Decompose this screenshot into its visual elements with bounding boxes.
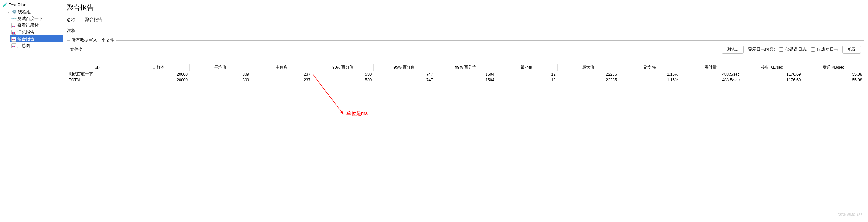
tree-item-label: 测试百度一下 (17, 15, 43, 22)
name-row: 名称: (67, 17, 864, 23)
table-cell: 12 (496, 77, 557, 83)
chart-icon (11, 36, 16, 41)
table-cell: 237 (251, 77, 312, 83)
table-cell: 22235 (558, 71, 619, 77)
col-header[interactable]: 发送 KB/sec (803, 64, 864, 71)
chevron-down-icon: ⌄ (7, 8, 10, 15)
configure-button[interactable]: 配置 (842, 45, 861, 54)
chart-icon (11, 23, 16, 28)
table-cell: TOTAL (67, 77, 128, 83)
name-label: 名称: (67, 17, 81, 23)
table-cell: 530 (312, 77, 373, 83)
filename-label: 文件名 (70, 47, 83, 52)
tree-thread-group[interactable]: ⌄ 线程组 (6, 8, 63, 15)
table-cell: 309 (190, 77, 251, 83)
success-only-checkbox[interactable]: 仅成功日志 (811, 47, 838, 52)
error-only-label: 仅错误日志 (785, 47, 807, 52)
table-cell: 测试百度一下 (67, 71, 128, 77)
tree-item-label: 察看结果树 (17, 22, 39, 29)
name-input[interactable] (84, 17, 864, 23)
table-cell: 483.5/sec (680, 77, 741, 83)
filename-input[interactable] (87, 46, 717, 53)
tree-thread-group-label: 线程组 (18, 8, 31, 15)
gear-icon (12, 9, 17, 14)
tree-root-label: Test Plan (9, 2, 26, 8)
tree-item-1[interactable]: 察看结果树 (10, 22, 63, 29)
file-output-legend: 所有数据写入一个文件 (70, 37, 116, 43)
error-only-checkbox-input[interactable] (779, 47, 783, 52)
table-cell: 20000 (128, 71, 189, 77)
dropper-icon (11, 16, 16, 21)
file-output-fieldset: 所有数据写入一个文件 文件名 浏览... 显示日志内容: 仅错误日志 仅成功日志… (67, 37, 864, 57)
page-title: 聚合报告 (67, 3, 864, 12)
success-only-label: 仅成功日志 (817, 47, 838, 52)
main-panel: 聚合报告 名称: 注释: 所有数据写入一个文件 文件名 浏览... 显示日志内容… (63, 0, 868, 222)
col-header[interactable]: 95% 百分位 (373, 64, 435, 71)
col-header[interactable]: 99% 百分位 (435, 64, 496, 71)
tree-item-label: 聚合报告 (17, 35, 34, 42)
aggregate-table-container: Label# 样本平均值中位数90% 百分位95% 百分位99% 百分位最小值最… (67, 64, 864, 217)
table-cell: 237 (251, 71, 312, 77)
annotation-text: 单位是ms (346, 110, 368, 117)
col-header[interactable]: 异常 % (619, 64, 680, 71)
table-row[interactable]: 测试百度一下20000309237530747150412222351.15%4… (67, 71, 864, 77)
chart-icon (11, 30, 16, 34)
tree-item-2[interactable]: 汇总报告 (10, 29, 63, 35)
watermark: CSDN @MQ_666 (838, 213, 862, 217)
table-cell: 747 (373, 71, 435, 77)
error-only-checkbox[interactable]: 仅错误日志 (779, 47, 807, 52)
tree-item-3[interactable]: 聚合报告 (10, 35, 63, 42)
col-header[interactable]: 接收 KB/sec (741, 64, 803, 71)
table-cell: 530 (312, 71, 373, 77)
success-only-checkbox-input[interactable] (811, 47, 815, 52)
comment-row: 注释: (67, 27, 864, 34)
tree-item-4[interactable]: 汇总图 (10, 42, 63, 49)
aggregate-table: Label# 样本平均值中位数90% 百分位95% 百分位99% 百分位最小值最… (67, 64, 864, 83)
browse-button[interactable]: 浏览... (722, 45, 744, 54)
col-header[interactable]: # 样本 (128, 64, 189, 71)
table-cell: 483.5/sec (680, 71, 741, 77)
table-row[interactable]: TOTAL20000309237530747150412222351.15%48… (67, 77, 864, 83)
table-cell: 20000 (128, 77, 189, 83)
tree-root-test-plan[interactable]: Test Plan (2, 2, 63, 8)
col-header[interactable]: 平均值 (190, 64, 251, 71)
tree-item-label: 汇总报告 (17, 29, 34, 35)
table-cell: 22235 (558, 77, 619, 83)
col-header[interactable]: 最小值 (496, 64, 557, 71)
table-cell: 747 (373, 77, 435, 83)
comment-input[interactable] (84, 27, 864, 34)
table-cell: 1176.69 (741, 77, 803, 83)
table-cell: 55.08 (803, 71, 864, 77)
table-cell: 55.08 (803, 77, 864, 83)
comment-label: 注释: (67, 28, 81, 33)
tree-item-0[interactable]: 测试百度一下 (10, 15, 63, 22)
annotation-arrow-icon (303, 71, 426, 163)
table-cell: 1176.69 (741, 71, 803, 77)
table-cell: 1.15% (619, 77, 680, 83)
test-plan-tree: Test Plan ⌄ 线程组 测试百度一下察看结果树汇总报告聚合报告汇总图 (0, 0, 63, 222)
chart-icon (11, 43, 16, 48)
col-header[interactable]: Label (67, 64, 128, 71)
table-cell: 12 (496, 71, 557, 77)
tree-item-label: 汇总图 (17, 42, 30, 49)
table-cell: 1.15% (619, 71, 680, 77)
table-cell: 1504 (435, 71, 496, 77)
flask-icon (2, 2, 7, 7)
col-header[interactable]: 最大值 (558, 64, 619, 71)
table-cell: 1504 (435, 77, 496, 83)
col-header[interactable]: 中位数 (251, 64, 312, 71)
col-header[interactable]: 90% 百分位 (312, 64, 373, 71)
col-header[interactable]: 吞吐量 (680, 64, 741, 71)
log-display-label: 显示日志内容: (748, 47, 775, 52)
table-cell: 309 (190, 71, 251, 77)
